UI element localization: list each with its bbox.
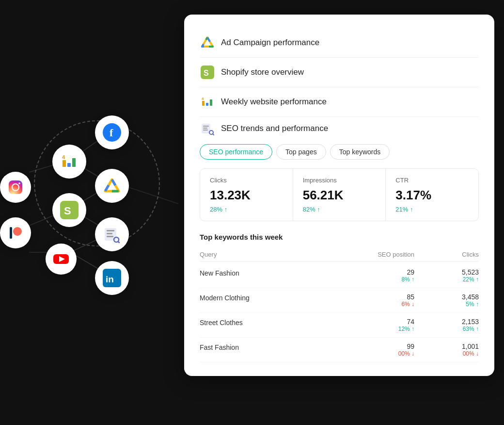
youtube-icon-circle[interactable] <box>46 244 77 275</box>
ctr-change: 21% ↑ <box>395 206 469 213</box>
svg-rect-10 <box>9 180 22 194</box>
col-header-seo: SEO position <box>329 251 414 258</box>
kw-name-0: New Fashion <box>200 268 329 277</box>
google-ads-icon-circle[interactable] <box>95 169 129 203</box>
main-card: Ad Campaign performance S Shopify store … <box>184 15 494 376</box>
kw-seo-2: 74 12% ↑ <box>329 318 414 332</box>
kw-clicks-1: 3,458 5% ↑ <box>414 293 479 308</box>
keywords-title: Top keywords this week <box>200 233 479 241</box>
scene: f 4 S <box>0 0 504 425</box>
metric-clicks: Clicks 13.23K 28% ↑ <box>200 169 293 221</box>
metric-impressions: Impressions 56.21K 82% ↑ <box>293 169 386 221</box>
menu-item-shopify[interactable]: S Shopify store overview <box>200 58 479 87</box>
weekly-label: Weekly website performance <box>221 97 327 107</box>
kw-name-2: Street Clothes <box>200 318 329 327</box>
search-console-icon-circle[interactable] <box>95 217 129 251</box>
kw-name-1: Modern Clothing <box>200 293 329 302</box>
table-row: Fast Fashion 99 00% ↓ 1,001 00% ↓ <box>200 338 479 362</box>
svg-rect-42 <box>202 101 205 106</box>
svg-rect-44 <box>210 99 212 106</box>
impressions-value: 56.21K <box>303 188 376 203</box>
svg-point-12 <box>18 182 20 184</box>
seo-section-icon <box>200 121 215 136</box>
tab-top-keywords[interactable]: Top keywords <box>330 144 390 160</box>
seo-title-row: SEO trends and performance <box>200 121 479 136</box>
svg-rect-48 <box>203 130 208 131</box>
seo-section: SEO trends and performance SEO performan… <box>200 121 479 362</box>
svg-text:4: 4 <box>202 97 204 101</box>
svg-text:S: S <box>64 205 71 217</box>
ctr-value: 3.17% <box>395 188 469 203</box>
kw-seo-0: 29 8% ↑ <box>329 268 414 283</box>
seo-section-title: SEO trends and performance <box>221 124 328 133</box>
impressions-change: 82% ↑ <box>303 206 376 213</box>
clicks-change: 28% ↑ <box>210 206 283 213</box>
shopify-icon-circle[interactable]: S <box>52 193 86 227</box>
keywords-table: Query SEO position Clicks New Fashion 29… <box>200 248 479 362</box>
svg-point-13 <box>13 227 22 236</box>
patreon-icon-circle[interactable] <box>0 217 31 248</box>
kw-clicks-3: 1,001 00% ↓ <box>414 343 479 357</box>
kw-clicks-2: 2,153 63% ↑ <box>414 318 479 332</box>
metrics-row: Clicks 13.23K 28% ↑ Impressions 56.21K 8… <box>200 168 479 221</box>
ctr-label: CTR <box>395 177 469 184</box>
menu-item-ad-campaign[interactable]: Ad Campaign performance <box>200 28 479 58</box>
svg-line-50 <box>213 134 214 135</box>
looker-menu-icon: 4 <box>200 94 215 110</box>
facebook-icon-circle[interactable]: f <box>95 115 129 149</box>
svg-rect-43 <box>206 103 208 106</box>
svg-text:S: S <box>204 69 209 77</box>
instagram-icon-circle[interactable] <box>0 172 31 203</box>
shopify-label: Shopify store overview <box>221 67 304 77</box>
menu-item-weekly[interactable]: 4 Weekly website performance <box>200 87 479 117</box>
svg-rect-20 <box>63 160 66 167</box>
seo-tabs: SEO performance Top pages Top keywords <box>200 144 479 160</box>
col-header-clicks: Clicks <box>414 251 479 258</box>
table-header: Query SEO position Clicks <box>200 248 479 262</box>
tab-seo-performance[interactable]: SEO performance <box>200 144 272 160</box>
ad-campaign-label: Ad Campaign performance <box>221 38 319 48</box>
svg-rect-47 <box>203 128 207 129</box>
clicks-value: 13.23K <box>210 188 283 203</box>
kw-name-3: Fast Fashion <box>200 343 329 351</box>
svg-text:f: f <box>110 127 113 139</box>
svg-rect-22 <box>72 158 76 167</box>
keyword-rows-container: New Fashion 29 8% ↑ 5,523 22% ↑ Modern C… <box>200 263 479 362</box>
tab-top-pages[interactable]: Top pages <box>276 144 326 160</box>
linkedin-icon-circle[interactable]: in <box>95 261 129 295</box>
svg-rect-29 <box>107 230 114 231</box>
impressions-label: Impressions <box>303 177 376 184</box>
svg-line-33 <box>118 242 120 243</box>
col-header-query: Query <box>200 251 329 258</box>
metric-ctr: CTR 3.17% 21% ↑ <box>386 169 478 221</box>
kw-seo-1: 85 6% ↓ <box>329 293 414 308</box>
clicks-label: Clicks <box>210 177 283 184</box>
svg-text:in: in <box>106 274 114 284</box>
kw-seo-3: 99 00% ↓ <box>329 343 414 357</box>
looker-icon-circle[interactable]: 4 <box>52 145 86 179</box>
svg-rect-31 <box>107 236 113 237</box>
shopify-menu-icon: S <box>200 65 215 80</box>
table-row: New Fashion 29 8% ↑ 5,523 22% ↑ <box>200 263 479 288</box>
table-row: Modern Clothing 85 6% ↓ 3,458 5% ↑ <box>200 288 479 313</box>
svg-rect-14 <box>10 227 12 239</box>
svg-rect-21 <box>67 163 71 167</box>
svg-rect-46 <box>203 126 209 127</box>
google-ads-menu-icon <box>200 35 215 50</box>
kw-clicks-0: 5,523 22% ↑ <box>414 268 479 283</box>
svg-rect-30 <box>107 233 112 234</box>
table-row: Street Clothes 74 12% ↑ 2,153 63% ↑ <box>200 313 479 338</box>
svg-text:4: 4 <box>62 154 65 160</box>
